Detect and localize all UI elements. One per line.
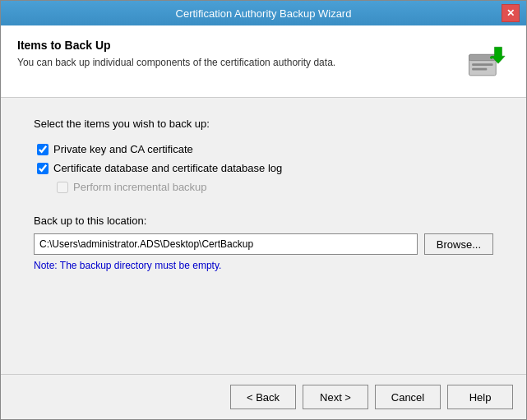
backup-path-input[interactable] [34, 233, 418, 255]
select-label: Select the items you wish to back up: [34, 118, 493, 130]
cert-database-label[interactable]: Certificate database and certificate dat… [53, 162, 282, 174]
svg-rect-4 [472, 67, 487, 70]
header-section: Items to Back Up You can back up individ… [1, 25, 526, 98]
private-key-checkbox-item: Private key and CA certificate [37, 143, 493, 155]
backup-location-row: Browse... [34, 233, 493, 255]
cancel-button[interactable]: Cancel [375, 385, 441, 409]
window-title: Certification Authority Backup Wizard [25, 7, 502, 20]
cert-database-checkbox[interactable] [37, 163, 49, 174]
incremental-backup-checkbox [57, 182, 68, 193]
private-key-checkbox[interactable] [37, 144, 49, 155]
back-button[interactable]: < Back [230, 385, 296, 409]
close-button[interactable]: ✕ [502, 4, 520, 22]
main-section: Select the items you wish to back up: Pr… [1, 98, 526, 374]
next-button[interactable]: Next > [303, 385, 368, 409]
header-text: Items to Back Up You can back up individ… [17, 39, 460, 68]
backup-location-label: Back up to this location: [34, 215, 493, 227]
note-text: Note: The backup directory must be empty… [34, 260, 493, 271]
checkbox-group: Private key and CA certificate Certifica… [37, 143, 493, 193]
button-bar: < Back Next > Cancel Help [1, 374, 526, 419]
header-subtitle: You can back up individual components of… [17, 57, 460, 68]
incremental-backup-label: Perform incremental backup [73, 181, 207, 193]
svg-rect-3 [472, 63, 492, 66]
title-bar: Certification Authority Backup Wizard ✕ [1, 1, 526, 25]
cert-database-checkbox-item: Certificate database and certificate dat… [37, 162, 493, 174]
wizard-window: Certification Authority Backup Wizard ✕ … [0, 0, 527, 420]
backup-location-section: Back up to this location: Browse... Note… [34, 215, 493, 271]
header-title: Items to Back Up [17, 39, 460, 52]
backup-icon [460, 39, 510, 84]
backup-svg-icon [463, 41, 508, 82]
content-area: Items to Back Up You can back up individ… [1, 25, 526, 419]
incremental-backup-item: Perform incremental backup [57, 181, 493, 193]
browse-button[interactable]: Browse... [424, 233, 493, 255]
help-button[interactable]: Help [447, 385, 513, 409]
private-key-label[interactable]: Private key and CA certificate [53, 143, 193, 155]
